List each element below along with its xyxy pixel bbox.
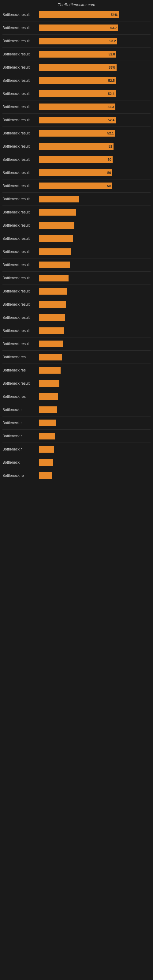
bar-label: Bottleneck res [2, 395, 39, 399]
bar-fill [39, 393, 58, 400]
bar-wrapper: 52.3 [39, 103, 151, 111]
bar-label: Bottleneck result [2, 329, 39, 333]
bar-row: Bottleneck result51 [0, 140, 153, 152]
bar-label: Bottleneck result [2, 13, 39, 17]
bar-wrapper [39, 235, 151, 242]
row-separator [2, 469, 151, 469]
bar-fill [39, 261, 70, 268]
bar-fill [39, 380, 59, 387]
bar-fill [39, 209, 76, 216]
bar-value: 53.7 [110, 26, 117, 30]
bar-fill [39, 446, 54, 453]
bar-wrapper [39, 288, 151, 295]
bar-row: Bottleneck result52.8 [0, 48, 153, 60]
bar-fill: 54% [39, 11, 119, 18]
site-header: TheBottlenecker.com [0, 0, 153, 8]
bar-label: Bottleneck result [2, 39, 39, 43]
bar-label: Bottleneck result [2, 144, 39, 148]
bar-wrapper: 52.4 [39, 90, 151, 97]
bar-wrapper: 53.2 [39, 37, 151, 45]
bar-value: 52.1 [107, 131, 114, 135]
bar-fill [39, 340, 63, 347]
bar-row: Bottleneck result53% [0, 62, 153, 73]
bar-fill: 50 [39, 156, 113, 163]
bar-label: Bottleneck result [2, 276, 39, 280]
bar-fill [39, 222, 74, 229]
bar-wrapper [39, 248, 151, 255]
site-title: TheBottlenecker.com [58, 2, 95, 7]
row-separator [2, 337, 151, 337]
row-separator [2, 311, 151, 311]
bar-label: Bottleneck result [2, 158, 39, 162]
bar-wrapper [39, 367, 151, 374]
bar-wrapper [39, 419, 151, 426]
bar-row: Bottleneck res [0, 391, 153, 402]
bar-row: Bottleneck result [0, 285, 153, 297]
bar-wrapper: 51 [39, 143, 151, 150]
bar-row: Bottleneck res [0, 364, 153, 376]
bar-fill [39, 235, 73, 242]
bar-fill: 52.3 [39, 103, 115, 110]
bar-row: Bottleneck r [0, 404, 153, 415]
bar-wrapper [39, 301, 151, 308]
bar-wrapper [39, 433, 151, 440]
bar-wrapper [39, 222, 151, 229]
bars-container: Bottleneck result54%Bottleneck result53.… [0, 9, 153, 482]
bar-value: 51 [108, 145, 112, 148]
bar-row: Bottleneck result53.2 [0, 35, 153, 47]
bar-row: Bottleneck result [0, 299, 153, 310]
bar-value: 52.8 [108, 52, 115, 56]
bar-label: Bottleneck result [2, 302, 39, 307]
bar-row: Bottleneck result53.7 [0, 22, 153, 34]
bar-fill: 52.8 [39, 51, 116, 57]
row-separator [2, 166, 151, 166]
bar-wrapper: 50 [39, 169, 151, 177]
row-separator [2, 271, 151, 272]
bar-label: Bottleneck result [2, 78, 39, 83]
bar-row: Bottleneck result52.1 [0, 127, 153, 139]
bar-value: 53% [108, 65, 115, 69]
bar-row: Bottleneck res [0, 351, 153, 363]
bar-fill: 52.4 [39, 90, 116, 97]
bar-value: 52.4 [108, 92, 115, 95]
bar-wrapper [39, 340, 151, 348]
row-separator [2, 179, 151, 180]
bar-label: Bottleneck res [2, 355, 39, 359]
bar-label: Bottleneck result [2, 131, 39, 135]
bar-wrapper [39, 261, 151, 269]
bar-label: Bottleneck [2, 460, 39, 465]
bar-label: Bottleneck result [2, 223, 39, 228]
row-separator [2, 60, 151, 61]
bar-row: Bottleneck resul [0, 338, 153, 350]
bar-wrapper [39, 208, 151, 216]
row-separator [2, 205, 151, 206]
bar-label: Bottleneck result [2, 92, 39, 96]
row-separator [2, 245, 151, 245]
bar-fill [39, 196, 79, 202]
bar-value: 52.4 [108, 118, 115, 122]
bar-fill [39, 459, 53, 466]
bar-row: Bottleneck result [0, 325, 153, 337]
bar-wrapper [39, 314, 151, 321]
bar-fill: 50 [39, 183, 112, 189]
row-separator [2, 34, 151, 35]
bar-wrapper [39, 196, 151, 203]
row-separator [2, 403, 151, 403]
row-separator [2, 74, 151, 74]
row-separator [2, 377, 151, 377]
bar-row: Bottleneck r [0, 417, 153, 429]
row-separator [2, 298, 151, 298]
row-separator [2, 390, 151, 390]
bar-fill [39, 275, 69, 282]
bar-value: 50 [107, 171, 111, 175]
bar-label: Bottleneck resul [2, 342, 39, 346]
bar-wrapper [39, 459, 151, 466]
bar-label: Bottleneck r [2, 407, 39, 412]
bar-wrapper: 52.1 [39, 130, 151, 137]
bar-fill: 52.1 [39, 130, 115, 137]
bar-label: Bottleneck res [2, 368, 39, 372]
bar-fill [39, 288, 67, 294]
bar-row: Bottleneck result52.4 [0, 88, 153, 100]
bar-fill: 53% [39, 64, 116, 71]
bar-row: Bottleneck result [0, 312, 153, 323]
